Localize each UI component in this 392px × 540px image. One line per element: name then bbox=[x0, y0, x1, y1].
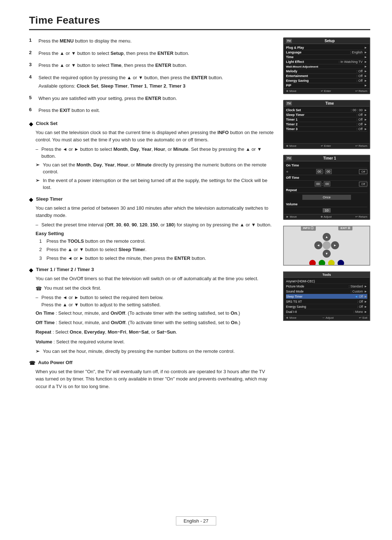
timer-repeat: Repeat : Select Once, Everyday, Mon~Fri,… bbox=[36, 329, 274, 336]
tv-logo-2: TV bbox=[286, 101, 292, 105]
page-footer: English - 27 bbox=[176, 516, 216, 525]
step-num-1: 1 bbox=[29, 37, 35, 46]
step-5: 5 When you are satisfied with your setti… bbox=[29, 95, 274, 104]
sleep-timer-bullet-1: – Select the preset time interval (Off, … bbox=[36, 221, 274, 229]
enter-btn bbox=[323, 241, 331, 249]
step-num-2: 2 bbox=[29, 50, 35, 59]
time-panel-header: TV Time bbox=[284, 101, 369, 106]
tools-row-sound: Sound Mode : Custom ► bbox=[286, 289, 367, 294]
arrow-cluster: ▲ ◄ ► ▼ bbox=[314, 233, 339, 258]
phone-icon: ☎ bbox=[29, 360, 35, 366]
tools-row-anynet: Anynet+(HDMI-CEC) bbox=[286, 279, 367, 284]
yellow-button bbox=[328, 260, 335, 266]
time-row-clock: Clock Set : 00 : 00 ► bbox=[286, 108, 367, 113]
timer1-panel-body: On Time ≑ 00 : 00 Off Off Time bbox=[284, 161, 369, 214]
clock-set-arrow-2: ➢ In the event of a power interruption o… bbox=[36, 177, 274, 191]
repeat-value: Once bbox=[302, 195, 351, 200]
color-buttons bbox=[309, 260, 344, 266]
setup-row-plug-play: Plug & Play ► bbox=[286, 45, 367, 50]
time-panel-title: Time bbox=[326, 101, 334, 105]
timer-title: Timer 1 / Timer 2 / Timer 3 bbox=[36, 267, 94, 272]
timer-on-time: On Time : Select hour, minute, and On/Of… bbox=[36, 310, 274, 317]
setup-row-wall-mount: Wall-Mount Adjustment ► bbox=[286, 64, 367, 69]
off-time-row: 00 : 00 Off bbox=[286, 181, 367, 188]
left-column: 1 Press the MENU button to display the m… bbox=[29, 37, 274, 392]
step-2-text: Press the ▲ or ▼ button to select Setup,… bbox=[38, 50, 274, 57]
setup-row-melody: Melody : Off ► bbox=[286, 69, 367, 74]
tools-row-picture: Picture Mode : Standard ► bbox=[286, 284, 367, 289]
setup-panel: TV Setup Plug & Play ► Language : Englis… bbox=[283, 37, 370, 94]
easy-step-1: 1 Press the TOOLS button on the remote c… bbox=[39, 238, 274, 245]
sleep-timer-header: ◆ Sleep Timer bbox=[29, 196, 274, 202]
easy-step-3: 3 Press the ◄ or ► button to select the … bbox=[39, 255, 274, 262]
tv-logo: TV bbox=[286, 39, 292, 43]
red-button bbox=[309, 260, 316, 266]
timer-volume: Volume : Select the required volume leve… bbox=[36, 338, 274, 346]
step-1-text: Press the MENU button to display the men… bbox=[38, 37, 274, 45]
step-4-text: Select the required option by pressing t… bbox=[38, 74, 274, 81]
clock-set-body: You can set the television clock so that… bbox=[36, 129, 274, 144]
diamond-icon-3: ◆ bbox=[29, 267, 33, 273]
timer1-panel-title: Timer 1 bbox=[323, 156, 336, 160]
step-2: 2 Press the ▲ or ▼ button to select Setu… bbox=[29, 50, 274, 59]
auto-power-off-body: When you set the timer "On", the TV will… bbox=[36, 368, 274, 390]
setup-panel-body: Plug & Play ► Language : English ► Time … bbox=[284, 44, 369, 88]
auto-power-off-title: Auto Power Off bbox=[38, 360, 73, 365]
right-column: TV Setup Plug & Play ► Language : Englis… bbox=[283, 37, 370, 392]
step-num-3: 3 bbox=[29, 62, 35, 70]
repeat-value-row: Once bbox=[286, 193, 367, 202]
exit-button: EXIT ⊟ bbox=[338, 226, 352, 230]
time-row-timer2: Timer 2 : Off ► bbox=[286, 122, 367, 127]
setup-panel-header: TV Setup bbox=[284, 38, 369, 44]
page-title: Time Features bbox=[29, 15, 370, 30]
volume-value-row: 10 bbox=[286, 207, 367, 213]
green-button bbox=[319, 260, 325, 266]
down-arrow-btn: ▼ bbox=[323, 250, 331, 258]
step-6: 6 Press the EXIT button to exit. bbox=[29, 107, 274, 116]
time-row-timer3: Timer 3 : Off ► bbox=[286, 127, 367, 132]
remote-area: INFO ⓘ EXIT ⊟ ▲ ◄ ► ▼ bbox=[283, 226, 370, 266]
volume-label-row: Volume bbox=[286, 202, 367, 207]
tools-row-sleep: Sleep Timer ◄ Off ► bbox=[286, 294, 367, 299]
clock-set-title: Clock Set bbox=[36, 121, 57, 126]
repeat-label-row: Repeat bbox=[286, 188, 367, 193]
tv-logo-3: TV bbox=[286, 156, 292, 160]
setup-row-time: Time ► bbox=[286, 55, 367, 60]
volume-value: 10 bbox=[323, 208, 331, 213]
timer-body: You can set the On/Off timers so that th… bbox=[36, 275, 274, 282]
timer1-panel-footer: ► Move ≑ Adjust ↩ Return bbox=[284, 214, 369, 219]
diamond-icon-2: ◆ bbox=[29, 197, 33, 202]
right-arrow-btn: ► bbox=[331, 241, 339, 249]
info-button: INFO ⓘ bbox=[301, 226, 316, 231]
left-arrow-btn: ◄ bbox=[314, 241, 322, 249]
tools-panel: Tools Anynet+(HDMI-CEC) Picture Mode : S… bbox=[283, 271, 370, 321]
sleep-timer-body: You can select a time period of between … bbox=[36, 205, 274, 219]
time-row-sleep: Sleep Timer : Off ► bbox=[286, 113, 367, 117]
timer1-panel-header: TV Timer 1 bbox=[284, 156, 369, 161]
tools-panel-header: Tools bbox=[284, 272, 369, 278]
setup-panel-footer: ≑ Move ↵ Enter ↩ Return bbox=[284, 88, 369, 93]
easy-step-2: 2 Press the ▲ or ▼ button to select Slee… bbox=[39, 246, 274, 253]
time-row-timer1: Timer 1 : Off ► bbox=[286, 117, 367, 122]
time-panel: TV Time Clock Set : 00 : 00 ► Sleep Time… bbox=[283, 100, 370, 149]
timer-bullet-1: – Press the ◄ or ► button to select the … bbox=[36, 294, 274, 308]
clock-set-arrow-1: ➢ You can set the Month, Day, Year, Hour… bbox=[36, 161, 274, 176]
timer-header: ◆ Timer 1 / Timer 2 / Timer 3 bbox=[29, 267, 274, 273]
easy-setting-title: Easy Setting bbox=[36, 231, 274, 236]
setup-row-pip: PIP ► bbox=[286, 83, 367, 88]
footer-text: English - 27 bbox=[184, 518, 209, 524]
setup-panel-title: Setup bbox=[324, 39, 335, 43]
step-num-5: 5 bbox=[29, 95, 35, 104]
auto-power-off-header: ☎ Auto Power Off bbox=[29, 360, 274, 366]
step-5-text: When you are satisfied with your setting… bbox=[38, 95, 274, 102]
clock-set-bullet-1: – Press the ◄ or ► button to select Mont… bbox=[36, 146, 274, 160]
clock-set-header: ◆ Clock Set bbox=[29, 121, 274, 127]
setup-row-language: Language : English ► bbox=[286, 50, 367, 55]
step-num-6: 6 bbox=[29, 107, 35, 116]
timer-note-1: ☎ You must set the clock first. bbox=[36, 285, 274, 293]
step-3-text: Press the ▲ or ▼ button to select Time, … bbox=[38, 62, 274, 69]
step-num-4: 4 bbox=[29, 74, 35, 91]
setup-row-light-effect: Light Effect : In Watching TV ► bbox=[286, 60, 367, 64]
setup-row-entertainment: Entertainment : Off ► bbox=[286, 74, 367, 78]
tools-panel-footer: ≑ Move ↔ Adjust ↩ Exit bbox=[284, 315, 369, 320]
